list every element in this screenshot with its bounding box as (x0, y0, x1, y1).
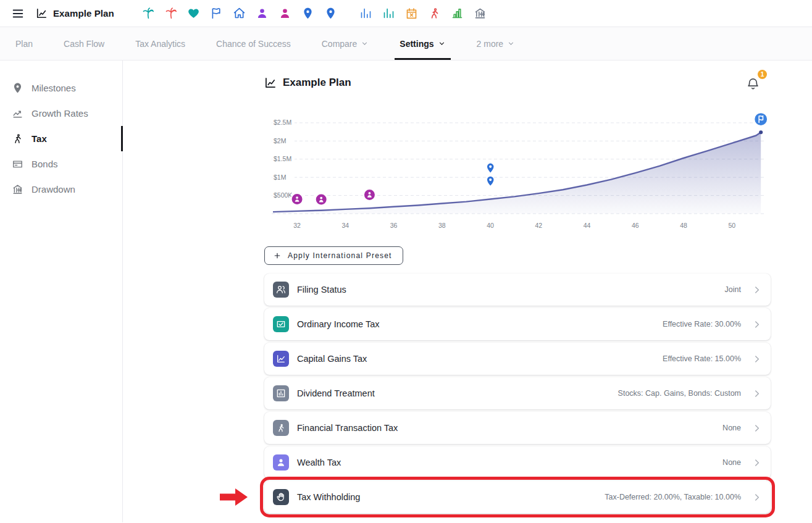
tab-settings[interactable]: Settings (384, 27, 461, 60)
apply-international-preset-button[interactable]: Apply International Preset (264, 246, 403, 265)
svg-text:$1M: $1M (274, 174, 286, 181)
walker-icon (12, 133, 23, 144)
tab-cash-flow[interactable]: Cash Flow (48, 27, 120, 60)
bank-toolbar-button[interactable] (469, 3, 492, 24)
main-content: Example Plan 1 $2.5M$2M$1.5M$1M$500K3234… (264, 61, 771, 513)
flag-toolbar-button[interactable] (205, 3, 228, 24)
wealth-tax-icon-badge (273, 454, 289, 471)
map-pin-toolbar-button[interactable] (296, 3, 319, 24)
notifications-button[interactable]: 1 (746, 75, 762, 91)
settings-row-tax-withholding[interactable]: Tax WithholdingTax-Deferred: 20.00%, Tax… (264, 481, 771, 513)
svg-text:$2M: $2M (274, 137, 286, 144)
bar-chart-toolbar-button[interactable] (354, 3, 377, 24)
setting-label: Capital Gains Tax (297, 354, 367, 364)
tab-compare[interactable]: Compare (306, 27, 385, 60)
sidebar-item-milestones[interactable]: Milestones (0, 75, 122, 101)
ascending-bars-icon (451, 7, 464, 20)
map-pin-toolbar-button[interactable] (319, 3, 342, 24)
menu-button[interactable] (7, 4, 28, 23)
sidebar-item-growth-rates[interactable]: Growth Rates (0, 101, 122, 126)
chevron-down-icon (507, 40, 515, 48)
bell-icon (746, 77, 760, 91)
setting-label: Filing Status (297, 285, 346, 295)
map-pin-icon (12, 82, 23, 94)
tab-label: Plan (15, 39, 33, 49)
ascending-bars-toolbar-button[interactable] (446, 3, 469, 24)
location-pin-marker[interactable] (487, 176, 494, 186)
tab-chance-of-success[interactable]: Chance of Success (201, 27, 306, 60)
tab-2-more[interactable]: 2 more (461, 27, 531, 60)
main-panel: Example Plan 1 $2.5M$2M$1.5M$1M$500K3234… (123, 61, 812, 522)
palm-tree-icon (164, 7, 177, 20)
capital-gains-tax-icon-badge (273, 351, 289, 367)
calendar-icon (405, 7, 418, 20)
milestone-marker[interactable] (364, 189, 375, 201)
svg-text:40: 40 (487, 222, 494, 229)
bank-icon (474, 7, 487, 20)
preset-button-label: Apply International Preset (288, 251, 392, 260)
person-toolbar-button[interactable] (251, 3, 274, 24)
chevron-right-icon (751, 354, 762, 364)
sidebar-item-tax[interactable]: Tax (0, 126, 122, 151)
heart-toolbar-button[interactable] (182, 3, 205, 24)
sidebar-item-label: Drawdown (31, 184, 75, 195)
house-toolbar-button[interactable] (228, 3, 251, 24)
person-icon (256, 7, 269, 20)
palm-tree-toolbar-button[interactable] (159, 3, 182, 24)
svg-text:42: 42 (535, 222, 542, 229)
chevron-right-icon (751, 423, 762, 433)
setting-label: Wealth Tax (297, 458, 341, 467)
tab-plan[interactable]: Plan (0, 27, 48, 60)
settings-list: Filing StatusJointOrdinary Income TaxEff… (264, 274, 771, 513)
milestone-marker[interactable] (316, 194, 327, 206)
palm-tree-toolbar-button[interactable] (136, 3, 159, 24)
tab-bar: PlanCash FlowTax AnalyticsChance of Succ… (0, 27, 812, 61)
walker-icon (276, 423, 286, 433)
calendar-toolbar-button[interactable] (400, 3, 423, 24)
chevron-right-icon (751, 319, 762, 330)
setting-value: None (722, 458, 741, 467)
dividend-treatment-icon-badge (273, 385, 289, 401)
bar-chart-icon (382, 7, 395, 20)
bar-chart-toolbar-button[interactable] (377, 3, 400, 24)
settings-row-ordinary-income-tax[interactable]: Ordinary Income TaxEffective Rate: 30.00… (264, 308, 771, 340)
logo-chart-icon (36, 7, 48, 19)
tab-tax-analytics[interactable]: Tax Analytics (120, 27, 201, 60)
notification-badge: 1 (758, 70, 767, 79)
settings-row-dividend-treatment[interactable]: Dividend TreatmentStocks: Cap. Gains, Bo… (264, 377, 771, 409)
ordinary-income-tax-icon-badge (273, 316, 289, 332)
svg-text:$500K: $500K (274, 191, 292, 199)
map-pin-icon (324, 7, 337, 20)
app-root: Example Plan PlanCash FlowTax AnalyticsC… (0, 0, 812, 523)
filing-status-icon-badge (273, 282, 289, 298)
heart-icon (187, 7, 200, 20)
plan-logo (264, 77, 277, 89)
milestone-marker[interactable] (291, 193, 303, 205)
sidebar-item-drawdown[interactable]: Drawdown (0, 177, 122, 202)
plan-chart: $2.5M$2M$1.5M$1M$500K3234363840424446485… (264, 109, 771, 235)
tab-label: Cash Flow (64, 39, 104, 49)
palm-tree-icon (141, 7, 154, 20)
location-pin-marker[interactable] (487, 163, 494, 174)
svg-text:34: 34 (341, 222, 349, 229)
walker-toolbar-button[interactable] (423, 3, 446, 24)
person-icon (278, 7, 291, 20)
check-card-icon (276, 319, 286, 329)
bond-card-icon (12, 158, 23, 170)
settings-row-capital-gains-tax[interactable]: Capital Gains TaxEffective Rate: 15.00% (264, 343, 771, 375)
walker-icon (428, 7, 441, 20)
settings-row-financial-transaction-tax[interactable]: Financial Transaction TaxNone (264, 412, 771, 444)
person-toolbar-button[interactable] (274, 3, 296, 24)
flag-marker[interactable] (754, 112, 768, 126)
setting-label: Ordinary Income Tax (297, 319, 380, 329)
sidebar-item-bonds[interactable]: Bonds (0, 151, 122, 177)
settings-row-wealth-tax[interactable]: Wealth TaxNone (264, 446, 771, 479)
app-title: Example Plan (53, 8, 114, 19)
plus-icon (273, 251, 282, 260)
setting-label: Financial Transaction Tax (297, 423, 398, 433)
settings-row-filing-status[interactable]: Filing StatusJoint (264, 274, 771, 306)
tab-label: Compare (322, 39, 358, 49)
plan-title: Example Plan (283, 77, 351, 89)
tab-label: Tax Analytics (135, 39, 185, 49)
bank-icon (12, 183, 23, 195)
